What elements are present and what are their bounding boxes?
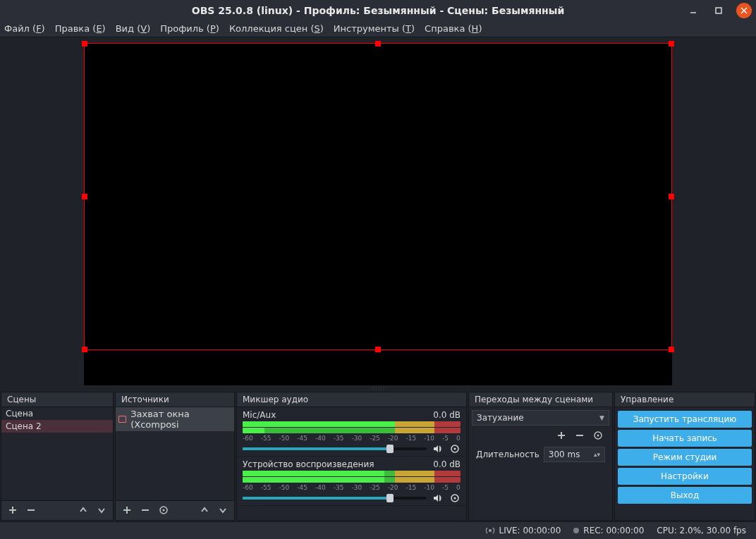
titlebar: OBS 25.0.8 (linux) - Профиль: Безымянный… [0,0,756,20]
svg-marker-12 [434,445,438,452]
preview-area[interactable] [0,37,756,385]
transition-settings-icon[interactable] [591,428,605,442]
selection-box[interactable] [84,43,672,350]
channel-settings-icon[interactable] [449,443,461,454]
scene-item[interactable]: Сцена 2 [1,420,113,433]
move-scene-down-icon[interactable] [94,503,109,517]
close-icon[interactable] [736,3,752,18]
duration-label: Длительность [476,450,539,459]
minimize-icon[interactable] [685,3,701,18]
mute-icon[interactable] [432,492,444,504]
move-scene-up-icon[interactable] [76,503,90,517]
svg-point-23 [489,529,492,532]
settings-button[interactable]: Настройки [618,468,752,485]
move-source-up-icon[interactable] [197,503,212,517]
menu-help[interactable]: Справка (H) [425,23,482,34]
svg-point-22 [597,434,599,436]
sources-title: Источники [116,392,234,407]
svg-marker-15 [434,495,438,502]
resize-handle-bm[interactable] [375,347,381,352]
audio-meter [243,428,461,433]
mixer-title: Микшер аудио [237,392,466,407]
dock-grip-icon[interactable]: :::::: [0,385,756,391]
remove-source-icon[interactable] [138,503,152,517]
menu-view[interactable]: Вид (V) [116,23,151,34]
audio-mixer-panel: Микшер аудио Mic/Aux 0.0 dB [236,392,467,521]
source-properties-icon[interactable] [157,503,171,517]
audio-meter [243,421,461,427]
resize-handle-ml[interactable] [82,194,87,199]
add-source-icon[interactable] [120,503,134,517]
menu-file[interactable]: Файл (F) [4,23,45,34]
resize-handle-mr[interactable] [669,194,674,199]
mixer-channel-name: Устройство воспроизведения [243,459,374,469]
menu-profile[interactable]: Профиль (P) [160,23,219,34]
remove-transition-icon[interactable] [573,428,587,442]
meter-ticks: -60-55-50-45-40-35-30-25-20-15-10-50 [243,484,461,491]
svg-point-17 [454,497,456,499]
mixer-channel: Mic/Aux 0.0 dB -60-55-50-45-40-35-30-25-… [237,407,466,457]
maximize-icon[interactable] [711,3,726,18]
remove-scene-icon[interactable] [24,503,38,517]
preview-canvas[interactable] [84,43,672,385]
controls-panel: Управление Запустить трансляцию Начать з… [614,392,755,521]
statusbar: LIVE: 00:00:00 REC: 00:00:00 CPU: 2.0%, … [0,521,756,539]
controls-title: Управление [615,392,755,407]
add-scene-icon[interactable] [6,503,20,517]
transition-select-value: Затухание [477,413,524,423]
mixer-body: Mic/Aux 0.0 dB -60-55-50-45-40-35-30-25-… [237,407,466,520]
menu-scene-collection[interactable]: Коллекция сцен (S) [229,23,324,34]
start-streaming-button[interactable]: Запустить трансляцию [618,411,752,428]
channel-settings-icon[interactable] [449,492,461,504]
duration-spinbox[interactable]: 300 ms ▴▾ [544,447,605,462]
docks: Сцены Сцена Сцена 2 Источники Захват окн… [0,391,756,521]
mixer-channel-db: 0.0 dB [433,459,461,469]
mute-icon[interactable] [432,443,444,454]
scenes-panel: Сцены Сцена Сцена 2 [1,392,114,521]
transitions-panel: Переходы между сценами Затухание ▼ Длите… [468,392,613,521]
transition-select[interactable]: Затухание ▼ [472,410,609,426]
record-dot-icon [573,528,579,533]
controls-body: Запустить трансляцию Начать запись Режим… [615,407,755,520]
sources-panel: Источники Захват окна (Xcomposi [115,392,235,521]
menubar: Файл (F) Правка (E) Вид (V) Профиль (P) … [0,20,756,37]
duration-value: 300 ms [549,450,580,459]
menu-tools[interactable]: Инструменты (T) [334,23,415,34]
scene-item[interactable]: Сцена [1,407,113,420]
svg-point-11 [163,509,165,512]
transitions-title: Переходы между сценами [469,392,612,407]
volume-slider[interactable] [243,497,427,500]
chevron-down-icon: ▼ [599,414,604,421]
spinner-icon: ▴▾ [594,451,600,458]
add-transition-icon[interactable] [554,428,568,442]
exit-button[interactable]: Выход [618,487,752,504]
status-rec: REC: 00:00:00 [573,526,644,535]
resize-handle-tm[interactable] [375,41,381,47]
transitions-body: Затухание ▼ Длительность 300 ms ▴▾ [469,407,612,520]
resize-handle-bl[interactable] [82,347,87,352]
status-cpu: CPU: 2.0%, 30.00 fps [657,526,746,535]
resize-handle-tl[interactable] [82,41,87,47]
source-item[interactable]: Захват окна (Xcomposi [116,407,234,431]
scenes-title: Сцены [1,392,113,407]
svg-point-14 [454,447,456,450]
studio-mode-button[interactable]: Режим студии [618,449,752,466]
scenes-list[interactable]: Сцена Сцена 2 [1,407,113,500]
mixer-channel: Устройство воспроизведения 0.0 dB -60-55… [237,457,466,506]
mixer-channel-db: 0.0 dB [433,410,461,420]
start-recording-button[interactable]: Начать запись [618,430,752,447]
resize-handle-tr[interactable] [669,41,674,47]
audio-meter [243,471,461,476]
window-title: OBS 25.0.8 (linux) - Профиль: Безымянный… [0,5,756,16]
meter-ticks: -60-55-50-45-40-35-30-25-20-15-10-50 [243,435,461,442]
svg-rect-1 [716,8,721,13]
window-actions [685,3,752,18]
menu-edit[interactable]: Правка (E) [55,23,106,34]
sources-toolbar [116,500,234,520]
status-live: LIVE: 00:00:00 [485,526,561,535]
volume-slider[interactable] [243,447,427,450]
resize-handle-br[interactable] [669,347,674,352]
source-item-label: Захват окна (Xcomposi [130,409,231,430]
move-source-down-icon[interactable] [216,503,230,517]
sources-list[interactable]: Захват окна (Xcomposi [116,407,234,500]
